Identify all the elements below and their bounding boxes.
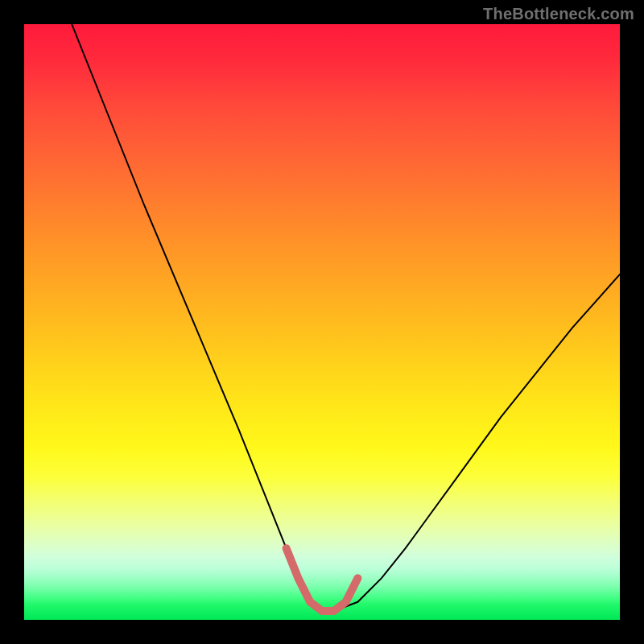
chart-frame: TheBottleneck.com <box>0 0 644 644</box>
optimal-zone-path <box>287 548 358 611</box>
plot-area <box>24 24 620 620</box>
watermark-text: TheBottleneck.com <box>483 5 634 23</box>
bottleneck-curve-path <box>72 24 620 611</box>
curve-svg <box>24 24 620 620</box>
